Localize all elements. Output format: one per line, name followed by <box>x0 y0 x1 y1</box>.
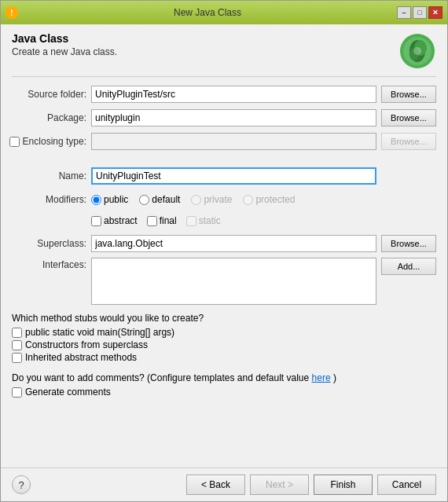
window-controls: – □ ✕ <box>397 6 442 19</box>
generate-comments-label: Generate comments <box>25 387 111 398</box>
stub-inherited-checkbox[interactable] <box>12 353 22 363</box>
name-label: Name: <box>12 170 86 181</box>
interfaces-row: Interfaces: Add... <box>12 258 436 305</box>
interfaces-add-button[interactable]: Add... <box>381 258 436 275</box>
stub-constructors-checkbox[interactable] <box>12 340 22 350</box>
modifier-default-label: default <box>152 194 180 205</box>
stub-inherited-label: Inherited abstract methods <box>25 352 137 363</box>
modifier-public-radio[interactable] <box>91 195 101 205</box>
comments-link[interactable]: here <box>312 372 331 383</box>
back-button[interactable]: < Back <box>186 475 245 495</box>
footer: ? < Back Next > Finish Cancel <box>1 467 447 501</box>
modifier-private-label: private <box>204 194 232 205</box>
modifier-static: static <box>186 215 221 226</box>
next-button[interactable]: Next > <box>250 475 309 495</box>
enclosing-type-input[interactable] <box>91 133 376 150</box>
stubs-question: Which method stubs would you like to cre… <box>12 313 436 324</box>
header-subtitle: Create a new Java class. <box>12 46 117 57</box>
modifier-abstract: abstract <box>91 215 138 226</box>
superclass-browse-button[interactable]: Browse... <box>381 235 436 252</box>
modifier-public: public <box>91 194 128 205</box>
stub-main-checkbox[interactable] <box>12 328 22 338</box>
package-input[interactable] <box>91 109 376 126</box>
comments-question: Do you want to add comments? (Configure … <box>12 372 436 383</box>
form-section: Source folder: Browse... Package: Browse… <box>12 85 436 460</box>
superclass-input[interactable] <box>91 235 376 252</box>
header-title: Java Class <box>12 32 117 45</box>
interfaces-textarea[interactable] <box>91 258 376 305</box>
package-label: Package: <box>12 112 86 123</box>
enclosing-type-browse-button: Browse... <box>381 133 436 150</box>
modifier-final-label: final <box>160 215 177 226</box>
modifier-private: private <box>191 194 232 205</box>
footer-right: < Back Next > Finish Cancel <box>186 475 436 495</box>
modifier-checks: abstract final static <box>91 215 436 226</box>
svg-text:!: ! <box>10 9 13 17</box>
footer-left: ? <box>12 475 31 494</box>
modifier-protected-radio <box>243 195 253 205</box>
source-folder-browse-button[interactable]: Browse... <box>381 86 436 103</box>
help-button[interactable]: ? <box>12 475 31 494</box>
main-window: ! New Java Class – □ ✕ Java Class Create… <box>0 0 448 502</box>
modifier-static-checkbox <box>186 216 196 226</box>
cancel-button[interactable]: Cancel <box>377 475 436 495</box>
titlebar: ! New Java Class – □ ✕ <box>1 1 447 24</box>
modifier-abstract-label: abstract <box>104 215 138 226</box>
comments-check-row: Generate comments <box>12 387 436 398</box>
modifiers-label: Modifiers: <box>12 194 86 205</box>
modifier-default: default <box>139 194 180 205</box>
stub-constructors: Constructors from superclass <box>12 339 436 350</box>
minimize-button[interactable]: – <box>397 6 411 19</box>
modifier-public-label: public <box>104 194 128 205</box>
modifier-default-radio[interactable] <box>139 195 149 205</box>
svg-point-7 <box>413 47 421 55</box>
stub-main: public static void main(String[] args) <box>12 327 436 338</box>
stub-constructors-label: Constructors from superclass <box>25 339 148 350</box>
source-folder-label: Source folder: <box>12 89 86 100</box>
modifiers-row: Modifiers: public default private <box>12 190 436 209</box>
close-button[interactable]: ✕ <box>428 6 442 19</box>
modifiers-radio-group: public default private protected <box>91 194 295 205</box>
modifier-abstract-checkbox[interactable] <box>91 216 101 226</box>
enclosing-type-checkbox[interactable] <box>9 137 20 147</box>
comments-section: Do you want to add comments? (Configure … <box>12 372 436 398</box>
header-section: Java Class Create a new Java class. <box>12 32 436 77</box>
enclosing-type-label: Enclosing type: <box>23 136 86 147</box>
modifier-protected-label: protected <box>255 194 295 205</box>
modifier-final: final <box>147 215 177 226</box>
superclass-row: Superclass: Browse... <box>12 234 436 253</box>
titlebar-left: ! <box>6 6 18 19</box>
stub-inherited: Inherited abstract methods <box>12 352 436 363</box>
eclipse-logo <box>398 32 436 70</box>
stubs-section: Which method stubs would you like to cre… <box>12 313 436 365</box>
source-folder-row: Source folder: Browse... <box>12 85 436 104</box>
source-folder-input[interactable] <box>91 86 376 103</box>
finish-button[interactable]: Finish <box>314 475 373 495</box>
modifier-static-label: static <box>199 215 221 226</box>
superclass-label: Superclass: <box>12 238 86 249</box>
name-input[interactable] <box>91 167 376 185</box>
package-browse-button[interactable]: Browse... <box>381 109 436 126</box>
app-icon: ! <box>6 6 18 19</box>
modifier-final-checkbox[interactable] <box>147 216 157 226</box>
name-row: Name: <box>12 167 436 185</box>
enclosing-type-row: Enclosing type: Browse... <box>12 132 436 151</box>
generate-comments-checkbox[interactable] <box>12 387 22 398</box>
package-row: Package: Browse... <box>12 108 436 127</box>
interfaces-label: Interfaces: <box>12 258 86 270</box>
maximize-button[interactable]: □ <box>413 6 427 19</box>
modifier-private-radio <box>191 195 201 205</box>
modifier-protected: protected <box>243 194 295 205</box>
header-text: Java Class Create a new Java class. <box>12 32 117 57</box>
window-title: New Java Class <box>18 7 397 18</box>
stub-main-label: public static void main(String[] args) <box>25 327 174 338</box>
main-content: Java Class Create a new Java class. Sour… <box>1 24 447 467</box>
